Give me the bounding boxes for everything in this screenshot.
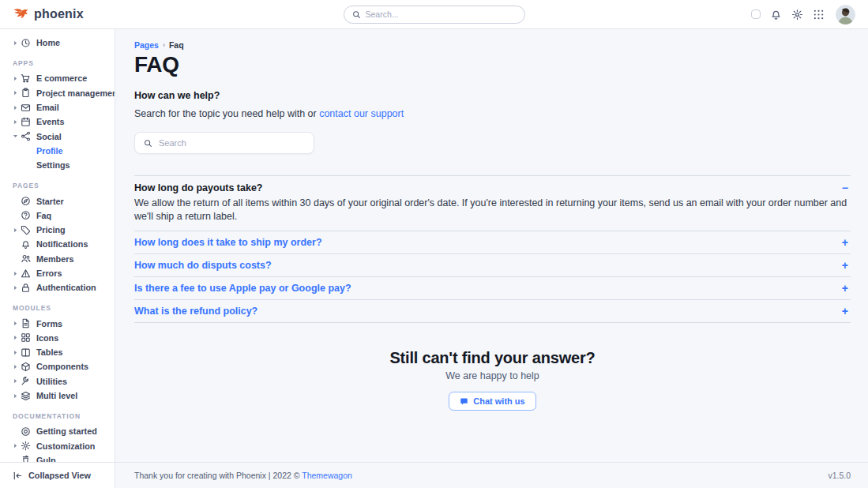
- theme-toggle[interactable]: [751, 9, 761, 19]
- mail-icon: [21, 103, 31, 113]
- sidebar-item-faq[interactable]: Faq: [0, 208, 115, 223]
- cta-title: Still can't find your answer?: [134, 349, 851, 367]
- expand-plus-icon[interactable]: +: [842, 283, 851, 294]
- faq-search-input[interactable]: [159, 138, 305, 148]
- faq-item[interactable]: What is the refund policy?+: [134, 300, 851, 323]
- faq-item[interactable]: Is there a fee to use Apple pay or Googl…: [134, 277, 851, 300]
- sidebar-item-email[interactable]: Email: [0, 100, 115, 114]
- chevron-right-icon: [13, 271, 21, 276]
- global-search[interactable]: [344, 6, 525, 24]
- sidebar-item-tables[interactable]: Tables: [0, 345, 115, 359]
- themewagon-link[interactable]: Themewagon: [302, 471, 352, 480]
- gear-icon[interactable]: [791, 8, 803, 21]
- grid-icon: [21, 332, 31, 343]
- tools-icon: [21, 376, 31, 386]
- chevron-right-icon: [13, 350, 21, 355]
- main-content: Pages › Faq FAQ How can we help? Search …: [115, 29, 868, 488]
- sidebar-item-members[interactable]: Members: [0, 252, 115, 266]
- sidebar-item-pricing[interactable]: Pricing: [0, 223, 115, 237]
- sidebar-item-utilities[interactable]: Utilities: [0, 374, 115, 389]
- sidebar-item-multi-level[interactable]: Multi level: [0, 389, 115, 403]
- sidebar-item-notifications[interactable]: Notifications: [0, 237, 115, 251]
- sidebar-item-label: Events: [36, 117, 64, 126]
- top-navbar: phoenix: [0, 0, 868, 29]
- faq-answer: We allow the return of all items within …: [134, 197, 851, 223]
- chevron-right-icon: [13, 119, 21, 125]
- sidebar-item-label: Email: [36, 103, 59, 112]
- sidebar-item-label: Utilities: [36, 377, 67, 386]
- chevron-right-icon: [13, 40, 21, 46]
- contact-support-link[interactable]: contact our support: [319, 108, 404, 119]
- sidebar-item-home[interactable]: Home: [0, 36, 115, 50]
- sidebar-item-label: E commerce: [36, 73, 87, 83]
- sidebar-item-label: Tables: [36, 347, 62, 357]
- sidebar: HomeAPPSE commerceProject managementEmai…: [0, 29, 115, 488]
- sidebar-item-label: Pricing: [36, 225, 66, 235]
- content-footer: Thank you for creating with Phoenix | 20…: [115, 462, 868, 488]
- chevron-down-icon: [13, 133, 21, 139]
- phoenix-logo[interactable]: phoenix: [13, 7, 84, 21]
- cta-subtitle: We are happy to help: [134, 370, 851, 381]
- faq-item[interactable]: How long does it take to ship my order?+: [134, 231, 851, 254]
- sidebar-item-starter[interactable]: Starter: [0, 193, 115, 208]
- sidebar-item-forms[interactable]: Forms: [0, 316, 115, 330]
- chevron-right-icon: [13, 335, 21, 340]
- chat-with-us-button[interactable]: Chat with us: [449, 392, 535, 411]
- collapse-minus-icon[interactable]: −: [842, 182, 851, 193]
- bell-icon[interactable]: [769, 8, 782, 21]
- sidebar-item-getting-started[interactable]: Getting started: [0, 424, 115, 438]
- sidebar-item-social[interactable]: Social: [0, 129, 115, 143]
- chevron-right-icon: [13, 364, 21, 370]
- page-title: FAQ: [134, 51, 851, 78]
- chat-bubble-icon: [460, 397, 468, 406]
- expand-plus-icon[interactable]: +: [842, 260, 851, 271]
- sidebar-item-errors[interactable]: Errors: [0, 266, 115, 280]
- navbar-actions: [751, 5, 855, 24]
- columns-icon: [21, 347, 31, 358]
- sidebar-item-events[interactable]: Events: [0, 114, 115, 129]
- breadcrumb-pages-link[interactable]: Pages: [134, 40, 159, 50]
- sidebar-item-settings[interactable]: Settings: [0, 158, 115, 172]
- faq-item[interactable]: How long do payouts take?−We allow the r…: [134, 176, 851, 231]
- breadcrumb: Pages › Faq: [134, 40, 851, 50]
- sidebar-item-icons[interactable]: Icons: [0, 331, 115, 345]
- sidebar-item-project-management[interactable]: Project management: [0, 86, 115, 100]
- chevron-right-icon: [13, 105, 21, 111]
- faq-search[interactable]: [134, 132, 314, 154]
- breadcrumb-separator: ›: [163, 41, 165, 49]
- brand-name: phoenix: [34, 7, 84, 21]
- apps-grid-icon[interactable]: [812, 8, 825, 21]
- sidebar-item-customization[interactable]: Customization: [0, 439, 115, 453]
- expand-plus-icon[interactable]: +: [842, 306, 851, 317]
- tag-icon: [21, 225, 31, 235]
- sidebar-item-e-commerce[interactable]: E commerce: [0, 71, 115, 85]
- app-window: phoenix HomeAPPSE commerceProject man: [0, 0, 868, 488]
- chat-button-label: Chat with us: [473, 396, 524, 406]
- chevron-right-icon: [13, 443, 21, 449]
- help-subtext: Search for the topic you need help with …: [134, 108, 851, 119]
- sidebar-item-components[interactable]: Components: [0, 359, 115, 374]
- user-avatar[interactable]: [836, 5, 855, 24]
- faq-accordion: How long do payouts take?−We allow the r…: [134, 176, 851, 323]
- sidebar-item-authentication[interactable]: Authentication: [0, 280, 115, 295]
- collapsed-view-button[interactable]: Collapsed View: [0, 462, 115, 488]
- collapsed-view-label: Collapsed View: [28, 471, 91, 480]
- sidebar-item-profile[interactable]: Profile: [0, 144, 115, 158]
- global-search-input[interactable]: [366, 9, 517, 19]
- cart-icon: [21, 73, 31, 84]
- faq-item[interactable]: How much do disputs costs?+: [134, 254, 851, 277]
- faq-question: What is the refund policy?: [134, 306, 257, 317]
- sidebar-item-label: Forms: [36, 319, 62, 328]
- chevron-right-icon: [13, 321, 21, 326]
- chevron-right-icon: [13, 90, 21, 96]
- version-label: v1.5.0: [828, 471, 851, 480]
- sidebar-item-label: Multi level: [36, 391, 77, 400]
- sidebar-item-label: Faq: [36, 211, 51, 220]
- expand-plus-icon[interactable]: +: [842, 237, 851, 248]
- disc-icon: [21, 426, 31, 437]
- chevron-right-icon: [13, 285, 21, 291]
- sidebar-item-label: Notifications: [36, 239, 88, 249]
- faq-question: How long do payouts take?: [134, 182, 263, 193]
- sidebar-item-label: Components: [36, 362, 88, 371]
- sidebar-nav: HomeAPPSE commerceProject managementEmai…: [0, 29, 115, 488]
